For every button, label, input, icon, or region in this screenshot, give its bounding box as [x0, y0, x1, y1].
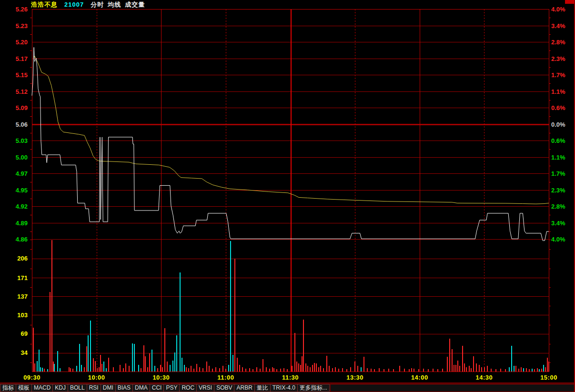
- volume-bar: [495, 369, 496, 372]
- volume-bar: [160, 365, 161, 372]
- toolbar-item-RSI[interactable]: RSI: [87, 384, 101, 392]
- volume-bar: [72, 369, 73, 372]
- toolbar-item-VRSI[interactable]: VRSI: [196, 384, 214, 392]
- time-axis-label: 10:00: [88, 374, 105, 381]
- toolbar-item-MACD[interactable]: MACD: [31, 384, 53, 392]
- volume-bar: [418, 369, 419, 372]
- volume-bar: [184, 365, 185, 372]
- toolbar-item-CCI[interactable]: CCI: [150, 384, 164, 392]
- price-axis-label: 4.89: [16, 220, 28, 227]
- time-axis-label: 15:00: [540, 374, 557, 381]
- percent-axis-label: 0.6%: [551, 137, 565, 144]
- volume-bar: [481, 367, 482, 372]
- toolbar-item-更多指标[interactable]: 更多指标...: [297, 384, 330, 392]
- volume-bar: [234, 259, 235, 372]
- volume-bar: [88, 335, 89, 372]
- price-axis-label: 4.95: [16, 187, 28, 194]
- volume-bar: [93, 358, 94, 372]
- volume-bar: [252, 369, 253, 372]
- volume-bar: [479, 365, 480, 372]
- percent-axis-label: 4.0%: [551, 236, 565, 243]
- toolbar-item-PSY[interactable]: PSY: [163, 384, 180, 392]
- volume-bar: [404, 369, 405, 372]
- volume-bar: [272, 367, 273, 372]
- volume-bar: [101, 364, 102, 372]
- volume-bar: [314, 363, 315, 372]
- toolbar-item-KDJ[interactable]: KDJ: [52, 384, 68, 392]
- intraday-chart[interactable]: 5.265.235.205.175.155.125.095.065.035.00…: [0, 0, 575, 383]
- volume-bar: [113, 367, 114, 372]
- toolbar-item-模板[interactable]: 模板: [16, 384, 32, 392]
- volume-bar: [47, 369, 48, 372]
- volume-bar: [170, 365, 171, 372]
- volume-bar: [141, 368, 141, 372]
- volume-bar: [326, 356, 327, 372]
- volume-bar: [511, 346, 512, 372]
- volume-bar: [523, 368, 524, 372]
- toolbar-item-DMA[interactable]: DMA: [132, 384, 150, 392]
- volume-bar: [350, 367, 351, 372]
- volume-bar: [342, 368, 343, 372]
- volume-bar: [335, 367, 336, 372]
- volume-bar: [134, 344, 135, 372]
- volume-bar: [196, 364, 197, 372]
- volume-bar: [379, 368, 380, 372]
- volume-bar: [84, 367, 85, 372]
- volume-bar: [53, 362, 54, 372]
- toolbar-item-BIAS[interactable]: BIAS: [115, 384, 133, 392]
- percent-axis-label: 1.1%: [551, 154, 565, 161]
- volume-bar: [357, 366, 358, 372]
- toolbar-item-ROC[interactable]: ROC: [179, 384, 197, 392]
- percent-axis-label: 2.8%: [551, 39, 565, 46]
- volume-bar: [462, 346, 463, 372]
- volume-bar: [86, 346, 87, 372]
- toolbar-item-SOBV[interactable]: SOBV: [214, 384, 234, 392]
- price-axis-label: 5.03: [16, 137, 28, 144]
- volume-pane-label: 成交量: [125, 0, 145, 9]
- volume-bar: [79, 344, 80, 372]
- volume-bar: [276, 369, 277, 372]
- toolbar-item-量比[interactable]: 量比: [254, 384, 271, 392]
- price-axis-label: 5.06: [16, 121, 28, 128]
- volume-bar: [176, 335, 177, 372]
- volume-bar: [81, 365, 82, 372]
- volume-bar: [186, 367, 187, 372]
- volume-bar: [167, 362, 168, 372]
- time-axis-label: 14:30: [476, 374, 493, 381]
- percent-axis-label: 1.7%: [551, 170, 565, 177]
- volume-bar: [232, 355, 233, 372]
- volume-bar: [447, 357, 448, 372]
- volume-bar: [414, 369, 414, 372]
- volume-axis: 2061711371036934: [17, 255, 28, 356]
- volume-bar: [70, 368, 71, 372]
- volume-bar: [302, 356, 303, 372]
- price-axis-label: 5.23: [16, 22, 28, 30]
- volume-bar: [57, 351, 58, 372]
- toolbar-item-DMI[interactable]: DMI: [101, 384, 116, 392]
- volume-bar: [292, 366, 293, 372]
- stock-code: 21007: [64, 1, 84, 8]
- toolbar-item-TRIX-40[interactable]: TRIX-4.0: [270, 384, 298, 392]
- volume-bar: [123, 368, 124, 372]
- volume-bar: [469, 366, 470, 372]
- time-axis-label: 11:00: [217, 374, 234, 381]
- toolbar-item-BOLL[interactable]: BOLL: [68, 384, 87, 392]
- price-axis-left: 5.265.235.205.175.155.125.095.065.035.00…: [16, 6, 28, 243]
- volume-bar: [310, 367, 311, 372]
- volume-bar: [100, 355, 101, 372]
- percent-axis-label: 1.1%: [551, 88, 565, 95]
- toolbar-item-ARBR[interactable]: ARBR: [234, 384, 254, 392]
- volume-bar: [303, 320, 304, 372]
- volume-bar: [129, 366, 130, 372]
- toolbar-item-指标[interactable]: 指标: [0, 384, 16, 392]
- volume-bar: [428, 369, 429, 372]
- volume-bar: [305, 363, 306, 372]
- volume-bar: [42, 368, 43, 372]
- volume-bar: [174, 352, 175, 372]
- volume-bar: [437, 369, 438, 372]
- percent-axis-label: 3.4%: [551, 220, 565, 227]
- volume-bar: [354, 362, 355, 372]
- volume-bar: [228, 365, 229, 372]
- volume-bar: [225, 369, 226, 372]
- time-axis-label: 13:30: [346, 374, 363, 381]
